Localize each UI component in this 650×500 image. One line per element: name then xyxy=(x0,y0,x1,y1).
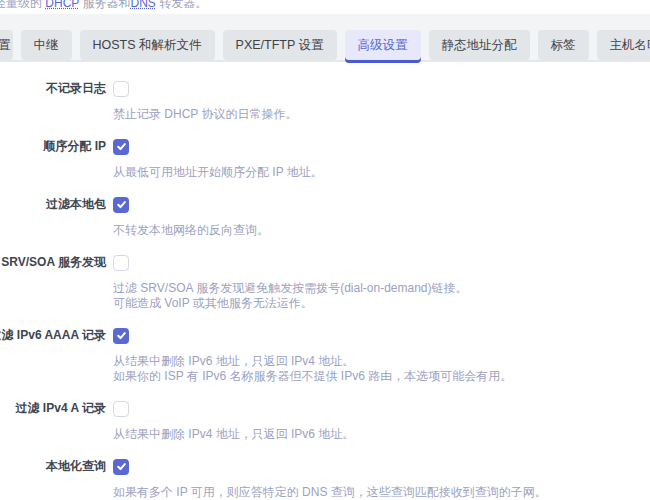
dnsmasq-settings-page: 轻量级的 DHCP 服务器和DNS 转发器。 置中继HOSTS 和解析文件PXE… xyxy=(0,0,650,500)
setting-row: 不记录日志 xyxy=(0,80,650,97)
setting-description: 不转发本地网络的反向查询。 xyxy=(113,223,650,238)
setting-item: 本地化查询 如果有多个 IP 可用，则应答特定的 DNS 查询，这些查询匹配接收… xyxy=(0,458,650,500)
checkmark-icon xyxy=(116,141,127,152)
intro-text-suffix: 转发器。 xyxy=(156,0,207,10)
setting-checkbox[interactable] xyxy=(113,197,129,213)
setting-label-column: 过滤 SRV/SOA 服务发现 xyxy=(0,254,106,271)
tab-active[interactable]: 高级设置 xyxy=(345,30,421,60)
setting-checkbox[interactable] xyxy=(113,255,129,271)
setting-checkbox[interactable] xyxy=(113,328,129,344)
tab[interactable]: PXE/TFTP 设置 xyxy=(223,30,337,60)
setting-label: 过滤 IPv6 AAAA 记录 xyxy=(0,327,106,344)
tab-label: PXE/TFTP 设置 xyxy=(236,38,324,52)
settings-list: 不记录日志 禁止记录 DHCP 协议的日常操作。 顺序分配 IP 从最低可用地址… xyxy=(0,62,650,500)
description-line: 不转发本地网络的反向查询。 xyxy=(113,223,650,238)
setting-label: 不记录日志 xyxy=(46,80,106,97)
tab-bar: 置中继HOSTS 和解析文件PXE/TFTP 设置高级设置静态地址分配标签主机名… xyxy=(0,14,650,62)
description-line: 从最低可用地址开始顺序分配 IP 地址。 xyxy=(113,165,650,180)
setting-label-column: 本地化查询 xyxy=(0,458,106,475)
setting-checkbox[interactable] xyxy=(113,139,129,155)
setting-row: 过滤 IPv6 AAAA 记录 xyxy=(0,327,650,344)
setting-label: 本地化查询 xyxy=(46,458,106,475)
setting-label-column: 过滤本地包 xyxy=(0,196,106,213)
tab-label: 高级设置 xyxy=(358,38,408,52)
setting-checkbox[interactable] xyxy=(113,81,129,97)
setting-checkbox[interactable] xyxy=(113,401,129,417)
tab-label: 中继 xyxy=(34,38,59,52)
setting-description: 禁止记录 DHCP 协议的日常操作。 xyxy=(113,107,650,122)
tab[interactable]: 置 xyxy=(0,30,13,60)
tab-label: 静态地址分配 xyxy=(442,38,517,52)
description-line: 可能造成 VoIP 或其他服务无法运作。 xyxy=(113,296,650,311)
intro-text-middle: 服务器和 xyxy=(79,0,130,10)
setting-row: 顺序分配 IP xyxy=(0,138,650,155)
setting-row: 过滤 IPv4 A 记录 xyxy=(0,400,650,417)
setting-description: 从结果中删除 IPv4 地址，只返回 IPv6 地址。 xyxy=(113,427,650,442)
setting-label: 过滤本地包 xyxy=(46,196,106,213)
description-line: 禁止记录 DHCP 协议的日常操作。 xyxy=(113,107,650,122)
setting-label-column: 不记录日志 xyxy=(0,80,106,97)
setting-label: 过滤 IPv4 A 记录 xyxy=(16,400,106,417)
tab[interactable]: 标签 xyxy=(538,30,589,60)
tab[interactable]: 静态地址分配 xyxy=(429,30,530,60)
tab-label: 主机名映射 xyxy=(610,38,650,52)
setting-label-column: 过滤 IPv6 AAAA 记录 xyxy=(0,327,106,344)
description-line: 从结果中删除 IPv6 地址，只返回 IPv4 地址。 xyxy=(113,354,650,369)
tab-label: HOSTS 和解析文件 xyxy=(93,38,202,52)
setting-label-column: 过滤 IPv4 A 记录 xyxy=(0,400,106,417)
tab-label: 标签 xyxy=(551,38,576,52)
description-line: 从结果中删除 IPv4 地址，只返回 IPv6 地址。 xyxy=(113,427,650,442)
setting-item: 过滤 SRV/SOA 服务发现 过滤 SRV/SOA 服务发现避免触发按需拨号(… xyxy=(0,254,650,311)
setting-description: 过滤 SRV/SOA 服务发现避免触发按需拨号(dial-on-demand)链… xyxy=(113,281,650,311)
setting-row: 过滤 SRV/SOA 服务发现 xyxy=(0,254,650,271)
setting-description: 从最低可用地址开始顺序分配 IP 地址。 xyxy=(113,165,650,180)
checkmark-icon xyxy=(116,330,127,341)
description-line: 如果你的 ISP 有 IPv6 名称服务器但不提供 IPv6 路由，本选项可能会… xyxy=(113,369,650,384)
setting-item: 过滤 IPv4 A 记录 从结果中删除 IPv4 地址，只返回 IPv6 地址。 xyxy=(0,400,650,442)
checkmark-icon xyxy=(116,461,127,472)
intro-text-prefix: 轻量级的 xyxy=(0,0,45,10)
setting-item: 过滤 IPv6 AAAA 记录 从结果中删除 IPv6 地址，只返回 IPv4 … xyxy=(0,327,650,384)
intro-line: 轻量级的 DHCP 服务器和DNS 转发器。 xyxy=(0,0,207,12)
tab[interactable]: 主机名映射 xyxy=(597,30,650,60)
dhcp-link[interactable]: DHCP xyxy=(45,0,79,10)
setting-item: 顺序分配 IP 从最低可用地址开始顺序分配 IP 地址。 xyxy=(0,138,650,180)
dns-link[interactable]: DNS xyxy=(130,0,155,10)
setting-label: 顺序分配 IP xyxy=(43,138,106,155)
description-line: 过滤 SRV/SOA 服务发现避免触发按需拨号(dial-on-demand)链… xyxy=(113,281,650,296)
tab-list: 置中继HOSTS 和解析文件PXE/TFTP 设置高级设置静态地址分配标签主机名… xyxy=(0,14,650,60)
setting-label-column: 顺序分配 IP xyxy=(0,138,106,155)
setting-item: 过滤本地包 不转发本地网络的反向查询。 xyxy=(0,196,650,238)
setting-label: 过滤 SRV/SOA 服务发现 xyxy=(0,254,106,271)
description-line: 如果有多个 IP 可用，则应答特定的 DNS 查询，这些查询匹配接收到查询的子网… xyxy=(113,485,650,500)
setting-description: 从结果中删除 IPv6 地址，只返回 IPv4 地址。如果你的 ISP 有 IP… xyxy=(113,354,650,384)
setting-description: 如果有多个 IP 可用，则应答特定的 DNS 查询，这些查询匹配接收到查询的子网… xyxy=(113,485,650,500)
setting-checkbox[interactable] xyxy=(113,459,129,475)
setting-item: 不记录日志 禁止记录 DHCP 协议的日常操作。 xyxy=(0,80,650,122)
setting-row: 过滤本地包 xyxy=(0,196,650,213)
tab-label: 置 xyxy=(0,38,11,52)
tab[interactable]: HOSTS 和解析文件 xyxy=(80,30,215,60)
tab[interactable]: 中继 xyxy=(21,30,72,60)
setting-row: 本地化查询 xyxy=(0,458,650,475)
checkmark-icon xyxy=(116,199,127,210)
